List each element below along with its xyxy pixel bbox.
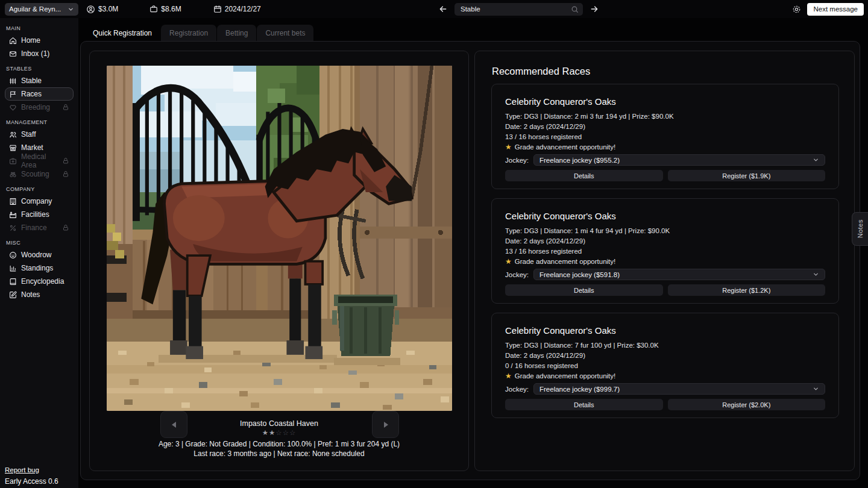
- jockey-label: Jockey:: [505, 386, 529, 393]
- jockey-select-value: Freelance jockey ($999.7): [539, 386, 620, 393]
- register-button[interactable]: Register ($2.0K): [668, 399, 826, 410]
- smiley-icon: [9, 251, 17, 259]
- sidebar-item-inbox[interactable]: Inbox (1): [5, 47, 74, 60]
- forward-arrow-icon[interactable]: [590, 4, 599, 14]
- gold-star-icon: ★: [505, 257, 512, 267]
- sidebar-item-home[interactable]: Home: [5, 34, 74, 47]
- register-button[interactable]: Register ($1.9K): [668, 170, 826, 181]
- lock-icon: [62, 157, 69, 164]
- jockey-row: Jockey: Freelance jockey ($591.8): [505, 269, 825, 280]
- jockey-select-value: Freelance jockey ($955.2): [539, 157, 620, 164]
- sidebar-item-facilities[interactable]: Facilities: [5, 208, 74, 221]
- sidebar-section-stables: STABLES: [6, 66, 74, 72]
- race-registered: 0 / 16 horses registered: [505, 361, 825, 371]
- horse-card: Impasto Coastal Haven ★★☆☆☆ Age: 3 | Gra…: [89, 51, 469, 471]
- game-date: 2024/12/27: [213, 5, 261, 13]
- note-pencil-icon: [9, 291, 17, 299]
- tab-current-bets[interactable]: Current bets: [257, 25, 313, 41]
- register-button[interactable]: Register ($1.2K): [668, 284, 826, 296]
- tab-registration[interactable]: Registration: [161, 25, 216, 41]
- jockey-select[interactable]: Freelance jockey ($999.7): [533, 383, 825, 395]
- horse-info-line-1: Age: 3 | Grade: Not Graded | Condition: …: [90, 440, 468, 448]
- sidebar-item-label: Standings: [21, 264, 53, 272]
- next-message-button[interactable]: Next message: [807, 3, 864, 16]
- race-name: Celebrity Conqueror's Oaks: [505, 96, 825, 107]
- race-card: Celebrity Conqueror's Oaks Type: DG3 | D…: [491, 198, 839, 304]
- race-date: Date: 2 days (2024/12/29): [505, 122, 825, 132]
- gear-icon[interactable]: [792, 5, 801, 14]
- horse-star-rating: ★★☆☆☆: [90, 428, 468, 437]
- race-card: Celebrity Conqueror's Oaks Type: DG3 | D…: [491, 84, 839, 189]
- race-actions: Details Register ($2.0K): [505, 399, 825, 410]
- navigation-search: [438, 0, 599, 18]
- search-icon: [571, 5, 579, 13]
- next-message-label: Next message: [813, 5, 858, 13]
- building-icon: [9, 198, 17, 205]
- sidebar-item-label: Breeding: [21, 103, 50, 111]
- horse-illustration: [107, 66, 452, 411]
- jockey-select[interactable]: Freelance jockey ($955.2): [533, 154, 825, 166]
- flag-icon: [9, 90, 17, 98]
- jockey-row: Jockey: Freelance jockey ($999.7): [505, 383, 825, 395]
- race-registered: 13 / 16 horses registered: [505, 246, 825, 257]
- store-icon: [9, 144, 17, 152]
- book-icon: [9, 278, 17, 286]
- sidebar-item-woodrow[interactable]: Woodrow: [5, 248, 74, 261]
- users-icon: [9, 131, 17, 139]
- lock-icon: [62, 224, 69, 231]
- sidebar-section-misc: MISC: [6, 240, 74, 246]
- grade-advancement-note: ★ Grade advancement opportunity!: [505, 142, 825, 152]
- sidebar-item-label: Medical Area: [21, 152, 58, 169]
- sidebar-item-breeding: Breeding: [5, 101, 74, 114]
- gold-star-icon: ★: [505, 142, 512, 152]
- jockey-label: Jockey:: [505, 157, 529, 164]
- sidebar-item-label: Finance: [21, 224, 47, 232]
- race-date: Date: 2 days (2024/12/29): [505, 351, 825, 361]
- sidebar-item-stable[interactable]: Stable: [5, 74, 74, 87]
- race-name: Celebrity Conqueror's Oaks: [505, 325, 825, 336]
- back-arrow-icon[interactable]: [438, 4, 448, 14]
- details-button[interactable]: Details: [505, 399, 663, 410]
- tab-betting[interactable]: Betting: [217, 25, 256, 41]
- recommended-races-title: Recommended Races: [492, 66, 590, 77]
- briefcase-icon: [149, 5, 158, 13]
- player-cash-value: $3.0M: [98, 5, 118, 13]
- jockey-select[interactable]: Freelance jockey ($591.8): [533, 269, 825, 280]
- game-date-value: 2024/12/27: [225, 5, 261, 13]
- company-cash-value: $8.6M: [161, 5, 181, 13]
- grade-note-text: Grade advancement opportunity!: [515, 142, 616, 152]
- grade-note-text: Grade advancement opportunity!: [515, 371, 616, 381]
- tab-quick-registration[interactable]: Quick Registration: [84, 25, 160, 41]
- sidebar-item-encyclopedia[interactable]: Encyclopedia: [5, 275, 74, 288]
- sidebar-item-label: Company: [21, 197, 52, 205]
- chevron-down-icon: [813, 157, 819, 163]
- sidebar-item-label: Facilities: [21, 210, 49, 219]
- details-button[interactable]: Details: [505, 284, 663, 296]
- chart-icon: [9, 264, 17, 272]
- person-circle-icon: [86, 5, 95, 14]
- sidebar-item-company[interactable]: Company: [5, 195, 74, 208]
- stars-filled: ★★: [262, 429, 276, 436]
- sidebar-item-notes[interactable]: Notes: [5, 288, 74, 301]
- sidebar-section-management: MANAGEMENT: [6, 119, 74, 125]
- race-registered: 13 / 16 horses registered: [505, 132, 825, 142]
- report-bug-link[interactable]: Report bug: [5, 466, 39, 474]
- sidebar-section-company: COMPANY: [6, 186, 74, 192]
- horse-name: Impasto Coastal Haven: [90, 419, 468, 428]
- gold-star-icon: ★: [505, 371, 512, 381]
- details-button[interactable]: Details: [505, 170, 663, 181]
- sidebar-item-label: Encyclopedia: [21, 277, 64, 286]
- sidebar-item-races[interactable]: Races: [5, 87, 74, 101]
- sidebar-item-staff[interactable]: Staff: [5, 128, 74, 141]
- search-input[interactable]: [454, 3, 583, 16]
- stable-selector-dropdown[interactable]: Aguilar & Reyn...: [5, 3, 78, 16]
- calendar-icon: [213, 5, 222, 13]
- sidebar-item-label: Notes: [21, 290, 40, 299]
- mail-icon: [9, 50, 17, 58]
- sidebar-item-standings[interactable]: Standings: [5, 261, 74, 275]
- tab-bar: Quick Registration Registration Betting …: [84, 25, 314, 41]
- lock-icon: [62, 104, 69, 111]
- notes-side-tab[interactable]: Notes: [852, 212, 868, 246]
- chevron-down-icon: [68, 6, 74, 13]
- jockey-row: Jockey: Freelance jockey ($955.2): [505, 154, 825, 166]
